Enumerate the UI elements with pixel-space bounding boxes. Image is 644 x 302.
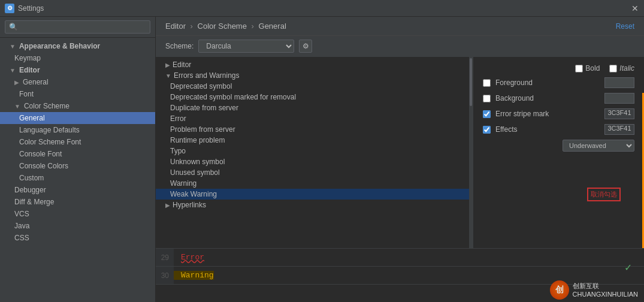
error-stripe-row: Error stripe mark 3C3F41 xyxy=(483,108,634,119)
panel-tree-item-unused-symbol[interactable]: Unused symbol xyxy=(156,167,473,178)
error-stripe-label: Error stripe mark xyxy=(495,110,600,118)
breadcrumb-general: General xyxy=(259,22,286,31)
breadcrumb-colorscheme: Color Scheme xyxy=(198,22,247,31)
scheme-label: Scheme: xyxy=(165,42,193,50)
line-number-29: 29 xyxy=(156,249,174,266)
background-label: Background xyxy=(495,94,600,102)
bold-label[interactable]: Bold xyxy=(575,64,600,73)
sidebar-tree: ▼Appearance & BehaviorKeymap▼Editor▶Gene… xyxy=(0,38,155,302)
sidebar-item-consolecolors[interactable]: Console Colors xyxy=(0,160,155,172)
sidebar-item-colorscheme[interactable]: ▼Color Scheme xyxy=(0,100,155,112)
sidebar: ▼Appearance & BehaviorKeymap▼Editor▶Gene… xyxy=(0,17,156,302)
panel-tree-item-typo[interactable]: Typo xyxy=(156,146,473,156)
sidebar-item-debugger[interactable]: Debugger xyxy=(0,184,155,196)
panel-tree-item-editor-root[interactable]: ▶ Editor xyxy=(156,59,473,70)
bold-italic-row: Bold Italic xyxy=(483,64,634,73)
panel-tree-item-errors-warnings[interactable]: ▼ Errors and Warnings xyxy=(156,70,473,81)
panel-tree-item-runtime-problem[interactable]: Runtime problem xyxy=(156,135,473,146)
search-input[interactable] xyxy=(5,20,150,34)
italic-text: Italic xyxy=(619,64,634,73)
breadcrumb-editor: Editor xyxy=(165,22,186,31)
panel-tree-item-warning[interactable]: Warning xyxy=(156,178,473,189)
app-icon: ⚙ xyxy=(5,4,14,13)
panel-tree-item-deprecated-marked[interactable]: Deprecated symbol marked for removal xyxy=(156,92,473,102)
title-bar: ⚙ Settings ✕ xyxy=(0,0,644,17)
panel-tree-item-unknown-symbol[interactable]: Unknown symbol xyxy=(156,156,473,167)
bold-checkbox[interactable] xyxy=(575,65,583,73)
watermark: 创 创新互联 CHUANGXINHUILIAN xyxy=(550,280,638,300)
watermark-line2: CHUANGXINHUILIAN xyxy=(573,290,638,298)
sidebar-item-general[interactable]: ▶General xyxy=(0,76,155,88)
bold-text: Bold xyxy=(585,64,600,73)
watermark-logo: 创 xyxy=(550,280,569,300)
content-header: Editor › Color Scheme › General Reset xyxy=(156,17,644,36)
scheme-select[interactable]: Darcula xyxy=(198,40,294,53)
error-stripe-checkbox[interactable] xyxy=(483,110,491,118)
watermark-text: 创新互联 CHUANGXINHUILIAN xyxy=(573,282,638,299)
main-layout: ▼Appearance & BehaviorKeymap▼Editor▶Gene… xyxy=(0,17,644,302)
sidebar-item-vcs[interactable]: VCS xyxy=(0,208,155,220)
panel-tree-item-duplicate[interactable]: Duplicate from server xyxy=(156,102,473,113)
foreground-checkbox[interactable] xyxy=(483,79,491,87)
sidebar-item-appearance[interactable]: ▼Appearance & Behavior xyxy=(0,40,155,52)
background-color-box[interactable] xyxy=(604,93,634,104)
sidebar-item-custom[interactable]: Custom xyxy=(0,172,155,184)
window-title: Settings xyxy=(18,4,44,13)
panel-tree-item-error[interactable]: Error xyxy=(156,113,473,124)
breadcrumb: Editor › Color Scheme › General xyxy=(165,22,286,31)
sidebar-item-font[interactable]: Font xyxy=(0,88,155,100)
effects-type-select[interactable]: Underwaved xyxy=(563,140,634,152)
sidebar-item-diffmerge[interactable]: Diff & Merge xyxy=(0,196,155,208)
search-box xyxy=(0,17,155,38)
reset-button[interactable]: Reset xyxy=(616,22,634,31)
panel-tree-item-weak-warning[interactable]: Weak Warning xyxy=(156,189,473,200)
sidebar-item-langdefaults[interactable]: Language Defaults xyxy=(0,124,155,136)
effects-type-row: Underwaved xyxy=(483,140,634,152)
content-area: Editor › Color Scheme › General Reset Sc… xyxy=(156,17,644,302)
sidebar-item-general2[interactable]: General xyxy=(0,112,155,124)
sidebar-item-consolefont[interactable]: Console Font xyxy=(0,148,155,160)
scroll-thumb[interactable] xyxy=(470,58,472,106)
preview-row-29: 29 Error xyxy=(156,249,644,267)
foreground-color-box[interactable] xyxy=(604,77,634,88)
watermark-line1: 创新互联 xyxy=(573,282,638,290)
title-bar-left: ⚙ Settings xyxy=(5,4,44,13)
background-checkbox[interactable] xyxy=(483,95,491,102)
gear-button[interactable]: ⚙ xyxy=(299,40,312,53)
sidebar-item-keymap[interactable]: Keymap xyxy=(0,52,155,64)
scheme-row: Scheme: Darcula ⚙ xyxy=(156,36,644,57)
close-button[interactable]: ✕ xyxy=(631,4,639,13)
checkmark-icon: ✓ xyxy=(624,262,632,273)
preview-code-warning: Warning xyxy=(174,271,214,280)
background-row: Background xyxy=(483,93,634,104)
italic-checkbox[interactable] xyxy=(609,65,617,73)
effects-color-box[interactable]: 3C3F41 xyxy=(604,124,634,135)
foreground-row: Foreground xyxy=(483,77,634,88)
panel-tree-item-hyperlinks[interactable]: ▶ Hyperlinks xyxy=(156,200,473,210)
watermark-logo-text: 创 xyxy=(555,285,564,295)
line-number-30: 30 xyxy=(156,267,174,284)
panel-tree-item-deprecated[interactable]: Deprecated symbol xyxy=(156,81,473,92)
foreground-label: Foreground xyxy=(495,78,600,87)
sidebar-item-css[interactable]: CSS xyxy=(0,232,155,244)
effects-row: Effects 3C3F41 xyxy=(483,124,634,135)
sidebar-item-java[interactable]: Java xyxy=(0,220,155,232)
preview-code-error: Error xyxy=(174,253,204,262)
panel-tree-item-problem-server[interactable]: Problem from server xyxy=(156,124,473,135)
effects-checkbox[interactable] xyxy=(483,126,491,134)
sidebar-item-colorschemefont[interactable]: Color Scheme Font xyxy=(0,136,155,148)
sidebar-item-editor[interactable]: ▼Editor xyxy=(0,64,155,76)
italic-label[interactable]: Italic xyxy=(609,64,634,73)
effects-label: Effects xyxy=(495,125,600,134)
error-stripe-color-box[interactable]: 3C3F41 xyxy=(604,108,634,119)
